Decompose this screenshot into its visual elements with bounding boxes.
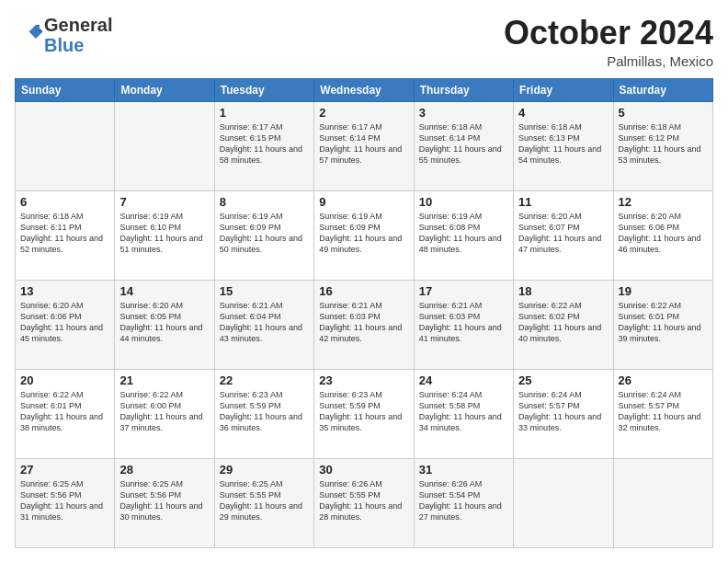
day-number: 16 (319, 284, 408, 298)
day-info: Sunrise: 6:20 AM Sunset: 6:06 PM Dayligh… (619, 211, 708, 256)
calendar-page: General Blue October 2024 Palmillas, Mex… (0, 0, 728, 563)
table-row: 10Sunrise: 6:19 AM Sunset: 6:08 PM Dayli… (414, 190, 513, 280)
table-row: 25Sunrise: 6:24 AM Sunset: 5:57 PM Dayli… (514, 369, 613, 458)
day-number: 11 (518, 195, 608, 209)
calendar-week-4: 20Sunrise: 6:22 AM Sunset: 6:01 PM Dayli… (16, 369, 713, 458)
day-number: 2 (319, 106, 408, 120)
day-info: Sunrise: 6:24 AM Sunset: 5:57 PM Dayligh… (518, 389, 608, 434)
table-row: 14Sunrise: 6:20 AM Sunset: 6:05 PM Dayli… (115, 280, 214, 369)
day-info: Sunrise: 6:17 AM Sunset: 6:15 PM Dayligh… (220, 121, 309, 167)
day-info: Sunrise: 6:24 AM Sunset: 5:58 PM Dayligh… (419, 389, 508, 434)
table-row: 13Sunrise: 6:20 AM Sunset: 6:06 PM Dayli… (16, 280, 115, 369)
day-info: Sunrise: 6:25 AM Sunset: 5:56 PM Dayligh… (20, 478, 109, 523)
logo-general-text: General (44, 15, 112, 35)
table-row: 1Sunrise: 6:17 AM Sunset: 6:15 PM Daylig… (214, 101, 313, 190)
day-number: 21 (119, 373, 209, 387)
day-number: 9 (319, 195, 408, 209)
day-number: 23 (319, 373, 408, 387)
calendar-week-3: 13Sunrise: 6:20 AM Sunset: 6:06 PM Dayli… (16, 280, 713, 369)
table-row: 26Sunrise: 6:24 AM Sunset: 5:57 PM Dayli… (613, 369, 712, 458)
day-number: 31 (419, 463, 508, 477)
day-info: Sunrise: 6:25 AM Sunset: 5:55 PM Dayligh… (220, 478, 309, 523)
day-number: 10 (419, 195, 508, 209)
table-row (16, 101, 115, 190)
table-row: 5Sunrise: 6:18 AM Sunset: 6:12 PM Daylig… (613, 101, 712, 190)
col-sunday: Sunday (16, 78, 115, 101)
table-row: 18Sunrise: 6:22 AM Sunset: 6:02 PM Dayli… (514, 280, 613, 369)
col-friday: Friday (514, 78, 613, 101)
table-row: 29Sunrise: 6:25 AM Sunset: 5:55 PM Dayli… (214, 458, 313, 547)
day-info: Sunrise: 6:18 AM Sunset: 6:14 PM Dayligh… (419, 121, 508, 167)
table-row: 7Sunrise: 6:19 AM Sunset: 6:10 PM Daylig… (115, 190, 214, 280)
day-info: Sunrise: 6:18 AM Sunset: 6:12 PM Dayligh… (619, 121, 708, 167)
day-info: Sunrise: 6:17 AM Sunset: 6:14 PM Dayligh… (319, 121, 408, 167)
table-row: 17Sunrise: 6:21 AM Sunset: 6:03 PM Dayli… (414, 280, 513, 369)
table-row: 20Sunrise: 6:22 AM Sunset: 6:01 PM Dayli… (16, 369, 115, 458)
day-number: 4 (518, 106, 608, 120)
day-info: Sunrise: 6:26 AM Sunset: 5:55 PM Dayligh… (319, 478, 408, 523)
location: Palmillas, Mexico (504, 53, 713, 69)
col-thursday: Thursday (414, 78, 513, 101)
day-info: Sunrise: 6:22 AM Sunset: 6:02 PM Dayligh… (518, 300, 608, 345)
table-row (115, 101, 214, 190)
day-info: Sunrise: 6:20 AM Sunset: 6:05 PM Dayligh… (119, 300, 209, 345)
table-row: 9Sunrise: 6:19 AM Sunset: 6:09 PM Daylig… (314, 190, 414, 280)
logo-blue-text: Blue (44, 35, 84, 55)
col-saturday: Saturday (613, 78, 712, 101)
table-row: 22Sunrise: 6:23 AM Sunset: 5:59 PM Dayli… (214, 369, 313, 458)
day-info: Sunrise: 6:19 AM Sunset: 6:09 PM Dayligh… (319, 211, 408, 256)
calendar-table: Sunday Monday Tuesday Wednesday Thursday… (15, 78, 713, 548)
day-number: 7 (119, 195, 209, 209)
table-row: 28Sunrise: 6:25 AM Sunset: 5:56 PM Dayli… (115, 458, 214, 547)
month-title: October 2024 (504, 15, 713, 52)
table-row: 31Sunrise: 6:26 AM Sunset: 5:54 PM Dayli… (414, 458, 513, 547)
day-number: 14 (119, 284, 209, 298)
day-info: Sunrise: 6:23 AM Sunset: 5:59 PM Dayligh… (319, 389, 408, 434)
table-row: 21Sunrise: 6:22 AM Sunset: 6:00 PM Dayli… (115, 369, 214, 458)
day-number: 6 (20, 195, 109, 209)
day-info: Sunrise: 6:22 AM Sunset: 6:00 PM Dayligh… (119, 389, 209, 434)
table-row: 12Sunrise: 6:20 AM Sunset: 6:06 PM Dayli… (613, 190, 712, 280)
table-row: 19Sunrise: 6:22 AM Sunset: 6:01 PM Dayli… (613, 280, 712, 369)
day-number: 15 (220, 284, 309, 298)
day-number: 1 (220, 106, 309, 120)
day-info: Sunrise: 6:18 AM Sunset: 6:13 PM Dayligh… (518, 121, 608, 167)
calendar-week-5: 27Sunrise: 6:25 AM Sunset: 5:56 PM Dayli… (16, 458, 713, 547)
day-number: 26 (619, 373, 708, 387)
day-number: 3 (419, 106, 508, 120)
table-row: 16Sunrise: 6:21 AM Sunset: 6:03 PM Dayli… (314, 280, 414, 369)
table-row: 27Sunrise: 6:25 AM Sunset: 5:56 PM Dayli… (16, 458, 115, 547)
calendar-body: 1Sunrise: 6:17 AM Sunset: 6:15 PM Daylig… (16, 101, 713, 547)
day-info: Sunrise: 6:18 AM Sunset: 6:11 PM Dayligh… (20, 211, 109, 256)
logo: General Blue (15, 15, 112, 55)
day-info: Sunrise: 6:23 AM Sunset: 5:59 PM Dayligh… (220, 389, 309, 434)
day-number: 29 (220, 463, 309, 477)
table-row: 6Sunrise: 6:18 AM Sunset: 6:11 PM Daylig… (16, 190, 115, 280)
day-number: 12 (619, 195, 708, 209)
day-number: 24 (419, 373, 508, 387)
table-row (514, 458, 613, 547)
table-row: 30Sunrise: 6:26 AM Sunset: 5:55 PM Dayli… (314, 458, 414, 547)
title-block: October 2024 Palmillas, Mexico (504, 15, 713, 69)
col-tuesday: Tuesday (214, 78, 313, 101)
day-info: Sunrise: 6:20 AM Sunset: 6:07 PM Dayligh… (518, 211, 608, 256)
day-number: 28 (119, 463, 209, 477)
day-info: Sunrise: 6:19 AM Sunset: 6:10 PM Dayligh… (119, 211, 209, 256)
day-info: Sunrise: 6:19 AM Sunset: 6:09 PM Dayligh… (220, 211, 309, 256)
header: General Blue October 2024 Palmillas, Mex… (15, 15, 713, 69)
col-monday: Monday (115, 78, 214, 101)
day-info: Sunrise: 6:19 AM Sunset: 6:08 PM Dayligh… (419, 211, 508, 256)
table-row: 24Sunrise: 6:24 AM Sunset: 5:58 PM Dayli… (414, 369, 513, 458)
table-row (613, 458, 712, 547)
day-number: 5 (619, 106, 708, 120)
day-number: 20 (20, 373, 109, 387)
day-number: 27 (20, 463, 109, 477)
table-row: 3Sunrise: 6:18 AM Sunset: 6:14 PM Daylig… (414, 101, 513, 190)
day-number: 8 (220, 195, 309, 209)
day-info: Sunrise: 6:22 AM Sunset: 6:01 PM Dayligh… (20, 389, 109, 434)
day-info: Sunrise: 6:21 AM Sunset: 6:04 PM Dayligh… (220, 300, 309, 345)
day-info: Sunrise: 6:20 AM Sunset: 6:06 PM Dayligh… (20, 300, 109, 345)
day-info: Sunrise: 6:24 AM Sunset: 5:57 PM Dayligh… (619, 389, 708, 434)
logo-icon (17, 19, 44, 47)
day-info: Sunrise: 6:26 AM Sunset: 5:54 PM Dayligh… (419, 478, 508, 523)
